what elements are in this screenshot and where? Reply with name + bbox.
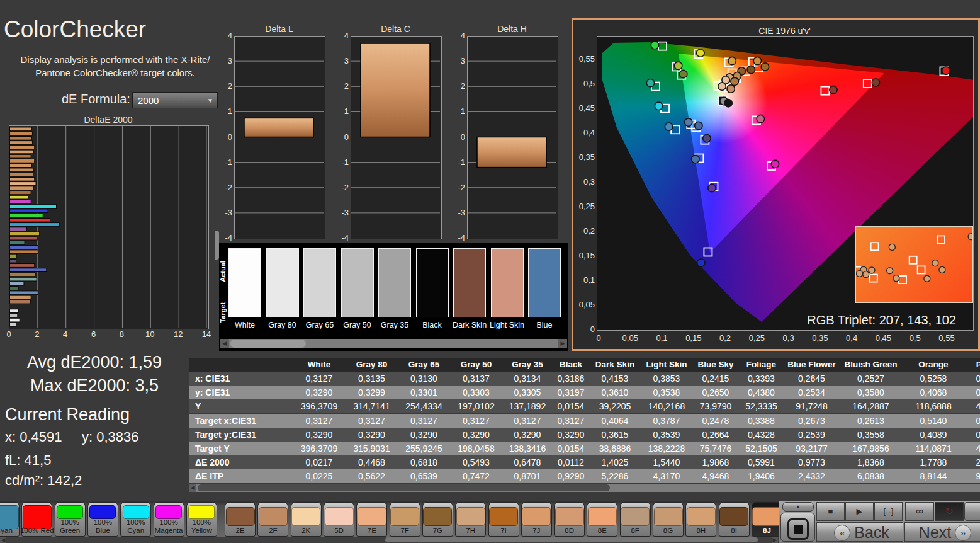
- patch-button-cyan[interactable]: Cyan: [0, 502, 20, 537]
- de-formula-value: 2000: [138, 95, 159, 106]
- patch-color-chip: [123, 505, 149, 519]
- stop-icon: ■: [828, 503, 833, 520]
- table-col-header: Gray 80: [346, 358, 398, 372]
- axis-tick-label: 0: [1, 329, 16, 339]
- table-cell: 0,3558: [840, 428, 902, 442]
- patch-color-chip: [752, 507, 781, 526]
- table-cell: 0,5622: [346, 469, 398, 483]
- patch-button-100-green[interactable]: 100%Green: [55, 502, 86, 537]
- patch-button-8i[interactable]: 8I: [719, 502, 750, 537]
- table-cell: 0,3290: [293, 428, 346, 442]
- chart-title: Delta L: [234, 24, 324, 34]
- pattern-window-button[interactable]: [780, 513, 815, 542]
- axis-tick-label: 0,15: [573, 251, 595, 260]
- back-button[interactable]: «Back: [816, 522, 903, 542]
- refresh-button[interactable]: ↻: [935, 502, 964, 521]
- swatch-scroll-thumb[interactable]: [230, 340, 306, 348]
- next-button[interactable]: Next»: [904, 522, 980, 542]
- table-cell: 6,0838: [840, 469, 902, 483]
- table-cell: 39,2205: [589, 399, 641, 413]
- table-cell: 38,6886: [589, 442, 641, 455]
- patch-button-7e[interactable]: 7E: [356, 502, 387, 537]
- patch-button-2f[interactable]: 2F: [257, 502, 288, 537]
- patch-button-7g[interactable]: 7G: [422, 502, 453, 537]
- patch-button-100-blue[interactable]: 100%Blue: [87, 502, 118, 537]
- collapse-button[interactable]: ▲: [782, 502, 814, 512]
- axis-tick-label: -3: [450, 208, 465, 217]
- table-cell: 0,3290: [502, 428, 553, 442]
- continuous-button[interactable]: ∞: [905, 502, 934, 521]
- patch-button-100-magenta[interactable]: 100%Magenta: [154, 502, 184, 537]
- patch-button-8f[interactable]: 8F: [620, 502, 651, 537]
- table-scrollbar[interactable]: ◀: [189, 484, 980, 492]
- patch-label: 100%Blue: [84, 518, 121, 535]
- axis-tick-label: 0,35: [573, 152, 595, 162]
- patch-label: 8I: [716, 527, 753, 535]
- axis-tick-label: 2: [334, 81, 349, 91]
- patch-button-7f[interactable]: 7F: [390, 502, 420, 537]
- axis-tick-label: 4: [450, 31, 465, 40]
- table-cell: 0,2539: [784, 428, 840, 442]
- scroll-left-icon[interactable]: ◀: [0, 537, 6, 543]
- patch-button-100-yellow[interactable]: 100%Yellow: [186, 502, 217, 537]
- step-icon: [··]: [884, 503, 894, 520]
- patch-color-chip: [489, 507, 518, 526]
- patch-button-8j[interactable]: 8J: [752, 502, 782, 537]
- table-cell: 0,4380: [739, 386, 784, 399]
- table-cell: 0,3135: [346, 372, 398, 386]
- patch-button-2e[interactable]: 2E: [225, 502, 256, 537]
- patch-color-chip: [358, 507, 386, 526]
- swatch-scrollbar[interactable]: ◀ ▶: [220, 339, 567, 348]
- axis-tick-label: 3: [450, 56, 465, 66]
- patch-button-7i[interactable]: 7I: [488, 502, 519, 537]
- splitter-handle[interactable]: [215, 231, 219, 260]
- patch-button-8g[interactable]: 8G: [653, 502, 684, 537]
- step-button[interactable]: [··]: [874, 502, 903, 521]
- table-cell: 254,4334: [398, 399, 450, 413]
- table-cell: 0,6478: [502, 455, 553, 469]
- table-cell: 0,3305: [502, 386, 553, 399]
- table-scroll-thumb[interactable]: [198, 484, 610, 491]
- table-cell: 314,7141: [346, 399, 398, 413]
- scroll-right-icon[interactable]: ▶: [772, 537, 778, 543]
- patch-scrollbar[interactable]: ◀ ▶: [0, 537, 779, 543]
- table-col-header: Bluish Green: [840, 358, 902, 372]
- patch-label: 8D: [551, 527, 588, 535]
- patch-button-7h[interactable]: 7H: [455, 502, 486, 537]
- extra-button[interactable]: [964, 502, 980, 521]
- patch-button-100-red[interactable]: 100% Red: [21, 502, 52, 537]
- table-cell: 164,2887: [840, 399, 902, 413]
- patch-button-8e[interactable]: 8E: [587, 502, 617, 537]
- swatch-label: Blue: [521, 321, 568, 329]
- patch-button-7j[interactable]: 7J: [521, 502, 552, 537]
- table-cell: 73,9790: [692, 399, 739, 413]
- patch-button-5d[interactable]: 5D: [324, 502, 354, 537]
- stop-button[interactable]: ■: [816, 502, 845, 521]
- scroll-left-icon[interactable]: ◀: [220, 339, 229, 348]
- table-cell: 0,3137: [450, 372, 502, 386]
- patch-label: 2F: [254, 527, 291, 535]
- patch-scroll-thumb[interactable]: [385, 537, 758, 542]
- table-row-label: Target Y: [189, 442, 293, 455]
- swatch-white: [228, 248, 261, 317]
- axis-tick-label: 0,4: [840, 333, 863, 343]
- scroll-right-icon[interactable]: ▶: [558, 339, 567, 348]
- patch-button-2k[interactable]: 2K: [291, 502, 322, 537]
- patch-button-100-cyan[interactable]: 100%Cyan: [120, 502, 151, 537]
- axis-tick-label: 0,55: [573, 54, 595, 64]
- patch-label: 7G: [419, 527, 456, 535]
- table-cell: 0,6818: [398, 455, 450, 469]
- measurement-table: WhiteGray 80Gray 65Gray 50Gray 35BlackDa…: [189, 358, 980, 484]
- cie-title: CIE 1976 u'v': [597, 26, 972, 36]
- scroll-left-icon[interactable]: ◀: [189, 484, 196, 492]
- patch-button-8h[interactable]: 8H: [685, 502, 716, 537]
- axis-tick-label: -1: [334, 157, 349, 167]
- axis-tick-label: 1: [450, 106, 465, 116]
- table-col-header: Black: [553, 358, 589, 372]
- axis-tick-label: 0,45: [573, 103, 595, 113]
- patch-label: 8E: [583, 527, 621, 535]
- de-formula-dropdown[interactable]: 2000 ▼: [132, 92, 218, 108]
- play-button[interactable]: ▶: [845, 502, 874, 521]
- table-cell: 44,05: [965, 399, 980, 413]
- patch-button-8d[interactable]: 8D: [554, 502, 585, 537]
